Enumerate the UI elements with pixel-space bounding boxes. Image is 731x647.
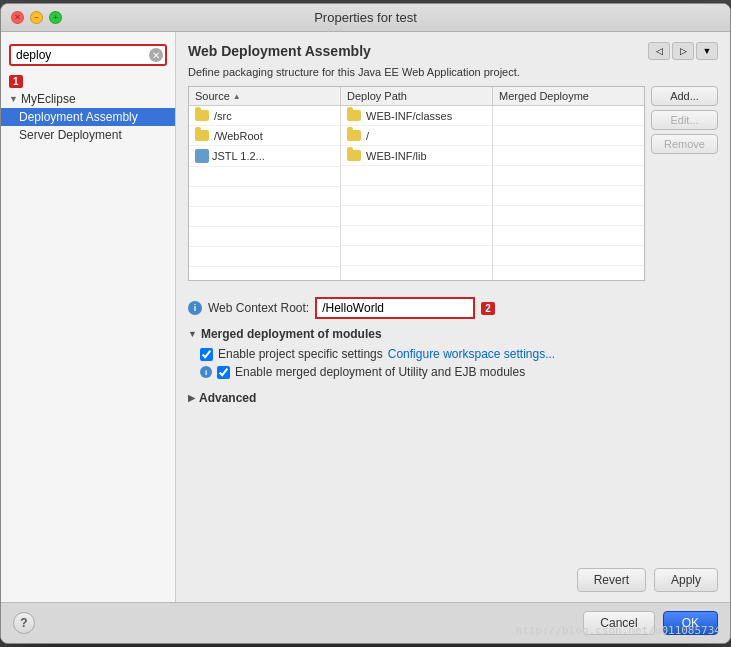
table-row [189,167,340,187]
table-cell [493,106,644,126]
folder-icon [347,110,361,121]
configure-workspace-link[interactable]: Configure workspace settings... [388,347,555,361]
search-clear-button[interactable]: ✕ [149,48,163,62]
table-with-buttons: Source ▲ Deploy Path Merged Deployme [188,86,718,289]
action-buttons: Revert Apply [188,558,718,592]
table-cell [341,186,492,206]
add-button[interactable]: Add... [651,86,718,106]
folder-icon [195,130,209,141]
folder-icon [347,150,361,161]
table-cell [493,246,644,266]
panel-title: Web Deployment Assembly [188,43,371,59]
annotation-1: 1 [9,75,23,88]
panel-toolbar: ◁ ▷ ▼ [648,42,718,60]
search-container: ✕ [1,40,175,70]
context-root-input[interactable] [315,297,475,319]
dialog-body: ✕ 1 ▼ MyEclipse Deployment Assembly Serv… [1,32,730,602]
toolbar-menu-button[interactable]: ▼ [696,42,718,60]
context-root-label: Web Context Root: [208,301,309,315]
table-row [189,207,340,227]
table-cell: WEB-INF/classes [341,106,492,126]
table-cell [341,226,492,246]
table-cell [493,206,644,226]
table-cell: / [341,126,492,146]
deploy-table: Source ▲ Deploy Path Merged Deployme [188,86,645,281]
merged-deployment-section: ▼ Merged deployment of modules Enable pr… [188,327,718,383]
table-row [189,187,340,207]
title-bar: ✕ − + Properties for test [1,4,730,32]
arrow-icon: ▼ [9,94,18,104]
table-row [189,247,340,267]
edit-button[interactable]: Edit... [651,110,718,130]
table-cell [493,186,644,206]
deploy-path-col: WEB-INF/classes / WEB-INF/lib [341,106,493,280]
enable-merged-deployment-checkbox[interactable] [217,366,230,379]
dialog-title: Properties for test [314,10,417,25]
table-cell: WEB-INF/lib [341,146,492,166]
table-cell [493,166,644,186]
info-icon-2: i [200,366,212,378]
enable-project-settings-checkbox[interactable] [200,348,213,361]
info-icon: i [188,301,202,315]
table-cell [341,166,492,186]
toggle-icon[interactable]: ▼ [188,329,197,339]
col-source: Source ▲ [189,87,341,105]
checkbox-row-2: i Enable merged deployment of Utility an… [188,365,718,379]
table-row[interactable]: /src [189,106,340,126]
col-deploy-path: Deploy Path [341,87,493,105]
revert-button[interactable]: Revert [577,568,646,592]
folder-icon [195,110,209,121]
right-panel: Web Deployment Assembly ◁ ▷ ▼ Define pac… [176,32,730,602]
toolbar-back-button[interactable]: ◁ [648,42,670,60]
col-merged: Merged Deployme [493,87,644,105]
search-box-wrapper: ✕ [9,44,167,66]
nav-label: Server Deployment [19,128,122,142]
minimize-button[interactable]: − [30,11,43,24]
source-col: /src /WebRoot JSTL 1.2... [189,106,341,280]
checkbox-row-1: Enable project specific settings Configu… [188,347,718,361]
checkbox-label-1: Enable project specific settings [218,347,383,361]
table-row [189,227,340,247]
nav-item-server-deployment[interactable]: Server Deployment [1,126,175,144]
close-button[interactable]: ✕ [11,11,24,24]
folder-icon [347,130,361,141]
table-side-buttons: Add... Edit... Remove [645,86,718,289]
nav-item-deployment-assembly[interactable]: Deployment Assembly [1,108,175,126]
left-panel: ✕ 1 ▼ MyEclipse Deployment Assembly Serv… [1,32,176,602]
annotation-2: 2 [481,302,495,315]
table-header: Source ▲ Deploy Path Merged Deployme [189,87,644,106]
apply-button[interactable]: Apply [654,568,718,592]
merged-col [493,106,644,280]
nav-label: Deployment Assembly [19,110,138,124]
description: Define packaging structure for this Java… [188,66,718,78]
title-bar-buttons: ✕ − + [11,11,62,24]
table-cell [493,126,644,146]
table-row[interactable]: /WebRoot [189,126,340,146]
table-row[interactable]: JSTL 1.2... [189,146,340,167]
advanced-toggle-icon[interactable]: ▶ [188,393,195,403]
advanced-label: Advanced [199,391,256,405]
nav-item-myeclipse[interactable]: ▼ MyEclipse [1,90,175,108]
help-button[interactable]: ? [13,612,35,634]
table-cell [493,146,644,166]
merged-deployment-label: Merged deployment of modules [201,327,382,341]
jstl-icon [195,149,209,163]
advanced-section: ▶ Advanced [188,391,718,405]
toolbar-forward-button[interactable]: ▷ [672,42,694,60]
context-root-row: i Web Context Root: 2 [188,297,718,319]
maximize-button[interactable]: + [49,11,62,24]
table-cell [341,206,492,226]
nav-tree: ▼ MyEclipse Deployment Assembly Server D… [1,90,175,602]
table-cell [493,226,644,246]
remove-button[interactable]: Remove [651,134,718,154]
checkbox-label-2: Enable merged deployment of Utility and … [235,365,525,379]
merged-deployment-header: ▼ Merged deployment of modules [188,327,718,341]
watermark: http://blog.csdn.net/u011085734 [516,624,721,637]
panel-header: Web Deployment Assembly ◁ ▷ ▼ [188,42,718,60]
sort-arrow-icon: ▲ [233,92,241,101]
table-cell [341,246,492,266]
dialog: ✕ − + Properties for test ✕ 1 ▼ [0,3,731,644]
search-input[interactable] [9,44,167,66]
table-body: /src /WebRoot JSTL 1.2... [189,106,644,280]
nav-label: MyEclipse [21,92,76,106]
